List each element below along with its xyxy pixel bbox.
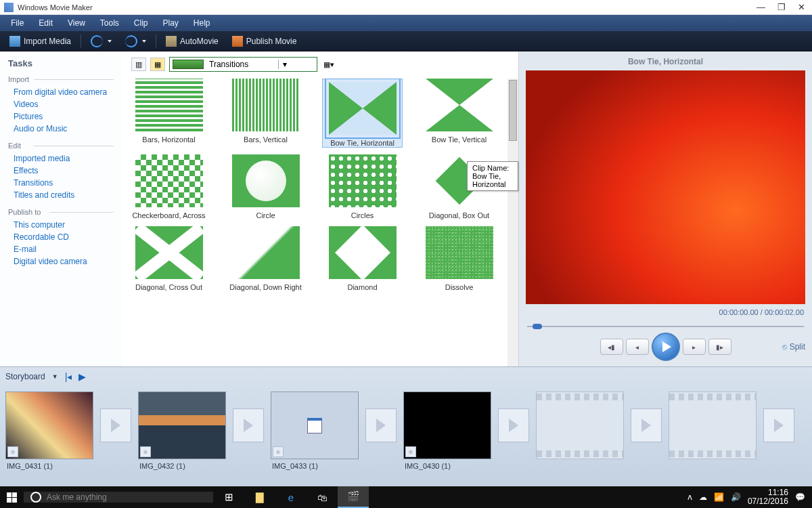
chevron-down-icon[interactable]: ▼ xyxy=(52,373,58,380)
storyboard-header: Storyboard ▼ |◂ ▶ xyxy=(5,370,807,383)
menu-help[interactable]: Help xyxy=(187,16,217,30)
tooltip: Clip Name: Bow Tie, Horizontal xyxy=(467,161,518,191)
transition-label: Diagonal, Cross Out xyxy=(129,283,209,291)
storyboard-clip[interactable]: ★IMG_0431 (1) xyxy=(5,391,93,470)
transition-thumbnail xyxy=(426,79,493,131)
task-link[interactable]: Pictures xyxy=(8,110,114,123)
rewind-button[interactable]: |◂ xyxy=(65,371,72,382)
separator xyxy=(81,35,81,48)
preview-pane: Bow Tie, Horizontal 00:00:00.00 / 00:00:… xyxy=(518,51,812,366)
transition-thumbnail xyxy=(135,226,203,279)
task-link[interactable]: From digital video camera xyxy=(8,86,114,98)
task-link[interactable]: E-mail xyxy=(8,243,114,255)
transition-label: Dissolve xyxy=(419,283,499,291)
transition-slot[interactable] xyxy=(631,408,662,442)
transition-item[interactable]: Circle xyxy=(225,154,306,219)
storyboard-clip[interactable]: ★IMG_0433 (1) xyxy=(271,391,359,470)
storyboard-clip[interactable]: ★IMG_0430 (1) xyxy=(403,391,491,470)
redo-icon xyxy=(125,35,137,47)
transition-item[interactable]: Circles xyxy=(322,154,403,219)
storyboard-clip[interactable] xyxy=(536,391,624,459)
task-link[interactable]: Transitions xyxy=(8,177,114,189)
storyboard-clip[interactable]: ★IMG_0432 (1) xyxy=(138,391,226,470)
play-button[interactable] xyxy=(652,333,680,361)
star-icon[interactable]: ★ xyxy=(140,446,151,457)
scrollbar-vertical[interactable] xyxy=(508,79,518,366)
prev-frame-button[interactable]: ◂▮ xyxy=(600,339,623,355)
view-details-button[interactable]: ▥ xyxy=(131,58,146,71)
task-link[interactable]: This computer xyxy=(8,219,114,231)
scrollbar-thumb[interactable] xyxy=(509,80,517,141)
thumbnail-size-button[interactable]: ▦▾ xyxy=(321,58,336,71)
star-icon[interactable]: ★ xyxy=(273,446,284,457)
menu-tools[interactable]: Tools xyxy=(93,16,126,30)
star-icon[interactable]: ★ xyxy=(7,446,18,457)
transition-item[interactable]: Diamond xyxy=(322,226,403,291)
clip-thumbnail xyxy=(669,391,757,459)
onedrive-icon[interactable]: ☁ xyxy=(699,492,707,502)
network-icon[interactable]: 📶 xyxy=(714,492,724,502)
tray-chevron-icon[interactable]: ʌ xyxy=(687,492,692,502)
menu-view[interactable]: View xyxy=(61,16,92,30)
cortana-search[interactable]: Ask me anything xyxy=(24,492,213,503)
transition-slot[interactable] xyxy=(233,408,264,442)
transition-item[interactable]: Bars, Horizontal xyxy=(129,79,209,148)
transition-item[interactable]: Checkerboard, Across xyxy=(129,154,209,219)
menu-clip[interactable]: Clip xyxy=(127,16,155,30)
task-link[interactable]: Titles and credits xyxy=(8,189,114,201)
task-link[interactable]: Effects xyxy=(8,165,114,177)
notifications-icon[interactable]: 💬 xyxy=(795,492,805,502)
maximize-button[interactable]: ❐ xyxy=(777,2,786,12)
import-media-button[interactable]: Import Media xyxy=(5,35,75,48)
view-thumbnails-button[interactable]: ▦ xyxy=(150,58,165,71)
transition-item[interactable]: Bow Tie, Horizontal xyxy=(322,79,403,148)
task-link[interactable]: Digital video camera xyxy=(8,255,114,268)
transition-slot[interactable] xyxy=(365,408,397,442)
task-link[interactable]: Videos xyxy=(8,98,114,110)
seek-bar[interactable] xyxy=(527,323,804,330)
start-button[interactable] xyxy=(0,486,24,508)
edge-button[interactable]: e xyxy=(275,486,307,508)
minimize-button[interactable]: — xyxy=(757,2,765,12)
storyboard-label[interactable]: Storyboard xyxy=(5,372,45,381)
timecode: 00:00:00.00 / 00:00:02.00 xyxy=(527,308,804,316)
storyboard-clip[interactable] xyxy=(669,391,757,459)
transition-slot[interactable] xyxy=(100,408,131,442)
redo-button[interactable] xyxy=(121,34,150,49)
close-button[interactable]: ✕ xyxy=(798,2,805,12)
next-button[interactable]: ▸ xyxy=(683,339,706,355)
seek-handle[interactable] xyxy=(533,324,542,329)
transition-item[interactable]: Diagonal, Cross Out xyxy=(129,226,209,291)
volume-icon[interactable]: 🔊 xyxy=(731,492,741,502)
file-explorer-button[interactable]: ▇ xyxy=(244,486,275,508)
menu-play[interactable]: Play xyxy=(156,16,185,30)
prev-button[interactable]: ◂ xyxy=(626,339,649,355)
storyboard-track[interactable]: ★IMG_0431 (1)★IMG_0432 (1)★IMG_0433 (1)★… xyxy=(5,391,807,480)
task-link[interactable]: Audio or Music xyxy=(8,123,114,135)
store-button[interactable]: 🛍 xyxy=(307,486,338,508)
automovie-button[interactable]: AutoMovie xyxy=(162,35,223,48)
transition-item[interactable]: Bow Tie, Vertical xyxy=(419,79,499,148)
transition-item[interactable]: Diagonal, Down Right xyxy=(225,226,306,291)
undo-button[interactable] xyxy=(87,34,116,49)
task-link[interactable]: Recordable CD xyxy=(8,231,114,243)
chevron-down-icon xyxy=(142,40,146,43)
task-link[interactable]: Imported media xyxy=(8,152,114,165)
menu-file[interactable]: File xyxy=(4,16,30,30)
split-button[interactable]: ⎋ Split xyxy=(782,342,805,352)
collection-dropdown[interactable]: Transitions ▾ xyxy=(169,57,317,72)
publish-movie-button[interactable]: Publish Movie xyxy=(228,35,301,48)
next-frame-button[interactable]: ▮▸ xyxy=(708,339,731,355)
playback-controls: ◂▮ ◂ ▸ ▮▸ ⎋ Split xyxy=(526,333,805,361)
menu-edit[interactable]: Edit xyxy=(32,16,60,30)
transition-slot[interactable] xyxy=(498,408,529,442)
transition-item[interactable]: Dissolve xyxy=(419,226,499,291)
play-storyboard-button[interactable]: ▶ xyxy=(78,371,86,382)
transition-slot[interactable] xyxy=(763,408,794,442)
task-view-button[interactable]: ⊞ xyxy=(213,486,244,508)
star-icon[interactable]: ★ xyxy=(405,446,416,457)
movie-maker-taskbar[interactable]: 🎬 xyxy=(338,486,369,508)
transition-label: Circle xyxy=(225,211,306,219)
clock[interactable]: 11:16 07/12/2016 xyxy=(748,488,788,506)
transition-item[interactable]: Bars, Vertical xyxy=(225,79,306,148)
